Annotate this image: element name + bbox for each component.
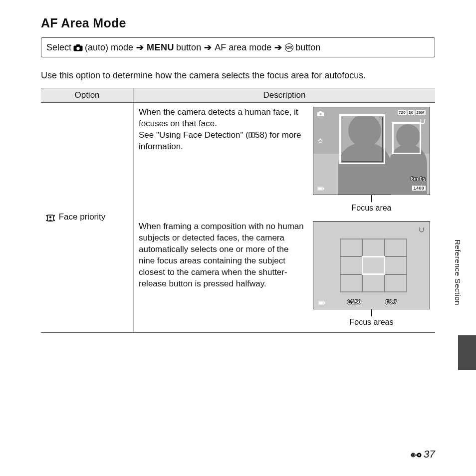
- boost-icon: [419, 227, 425, 233]
- options-table: Option Description: [41, 88, 435, 333]
- aperture: F3.7: [386, 299, 397, 305]
- col-option: Option: [41, 88, 134, 103]
- desc-text-1: When the camera detects a human face, it…: [139, 107, 306, 213]
- arrow-icon: ➔: [203, 42, 213, 53]
- page-icon: [411, 448, 422, 460]
- arrow-icon: ➔: [135, 42, 145, 53]
- face-detect-screen: 7203020M 8m 0s 1400: [313, 107, 430, 195]
- nav-item: AF area mode: [215, 42, 271, 53]
- nav-mode: (auto) mode: [85, 42, 133, 53]
- page-title: AF Area Mode: [41, 16, 435, 30]
- focus-frame-small: [392, 122, 421, 154]
- arrow-icon: ➔: [273, 42, 283, 53]
- nine-area-grid: [340, 239, 407, 292]
- svg-point-2: [76, 46, 79, 49]
- shutter-speed: 1/250: [347, 299, 361, 305]
- focus-area-selected: [362, 256, 385, 274]
- table-row: Face priority When the camera detects a …: [41, 103, 435, 333]
- camera-icon: [73, 42, 83, 53]
- ok-icon: OK: [285, 43, 293, 52]
- book-icon: [248, 132, 255, 138]
- option-label: Face priority: [59, 212, 106, 222]
- section-tab: [458, 335, 476, 370]
- svg-point-4: [49, 216, 51, 218]
- face-priority-icon: [46, 213, 55, 220]
- svg-rect-1: [76, 44, 80, 46]
- focus-frame-main: [339, 114, 385, 164]
- nine-area-screen: 1/250 F3.7: [313, 221, 430, 309]
- intro-text: Use this option to determine how the cam…: [41, 70, 435, 81]
- breadcrumb: Select (auto) mode ➔ MENU button ➔ AF ar…: [41, 37, 435, 57]
- desc-text-2: When framing a composition with no human…: [139, 221, 306, 327]
- svg-rect-15: [412, 454, 414, 456]
- section-label: Reference Section: [454, 239, 462, 305]
- figure-caption-1: Focus area: [351, 204, 391, 213]
- figure-caption-2: Focus areas: [349, 318, 393, 327]
- menu-label: MENU: [147, 42, 174, 53]
- svg-rect-18: [415, 455, 417, 456]
- nav-button-2: button: [295, 42, 320, 53]
- col-description: Description: [134, 88, 436, 103]
- svg-rect-13: [319, 302, 323, 304]
- svg-point-17: [418, 454, 420, 456]
- nav-select: Select: [46, 42, 71, 53]
- battery-icon: [318, 299, 325, 305]
- nav-button-1: button: [176, 42, 201, 53]
- svg-rect-12: [324, 302, 325, 304]
- page-number: 37: [411, 448, 435, 460]
